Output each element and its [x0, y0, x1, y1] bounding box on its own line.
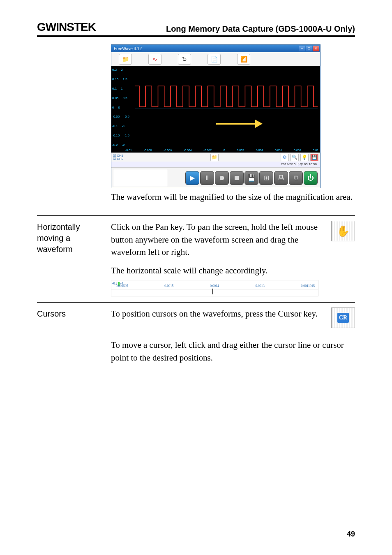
save-button[interactable]: 💾 [244, 171, 258, 185]
timestamp: 2012/2/15 下午 03:10:50 [111, 162, 320, 167]
screenshot-caption: The waveform will be magnified to the si… [111, 191, 355, 203]
print-button[interactable]: 🖶 [274, 171, 288, 185]
window-titlebar: FreeWave 3.12 – □ × [111, 45, 320, 52]
bulb-icon[interactable]: 💡 [300, 154, 309, 161]
window-title: FreeWave 3.12 [114, 46, 142, 51]
mid-toolbar: ☑ CH1 ☑ CH2 📁 ⚙ 🔍 💡 💾 [111, 153, 320, 162]
cursor-paragraph-2: To move a cursor, left click and drag ei… [111, 339, 355, 364]
minimize-button[interactable]: – [299, 46, 305, 51]
cursor-key-icon: CR [331, 308, 355, 328]
grid-button[interactable]: ⊞ [259, 171, 273, 185]
folder-small-icon[interactable]: 📁 [210, 154, 219, 161]
gear-icon[interactable]: ⚙ [281, 154, 289, 161]
y-axis-ticks: 0.22 0.151.5 0.11 0.050.5 00 -0.05-0.5 -… [112, 68, 135, 147]
x-axis-ticks: -0.01 -0.008 -0.006 -0.004 -0.002 0 0.00… [125, 149, 318, 152]
horizontal-scale-image: -0.2 -4 -0.001595 -0.0015 -0.0014 -0.001… [111, 280, 318, 296]
disk-icon[interactable]: 💾 [310, 154, 318, 161]
pan-paragraph-1: Click on the Pan key. To pan the screen,… [111, 221, 324, 258]
logo-text: GWINSTEK [37, 21, 96, 34]
power-button[interactable]: ⏻ [304, 171, 318, 185]
ch2-checkbox[interactable]: ☑ CH2 [113, 157, 123, 161]
play-button[interactable]: ▶ [185, 171, 199, 185]
document-icon[interactable]: 📄 [208, 54, 221, 65]
pan-key-icon: ✋ [331, 221, 355, 241]
top-toolbar: 📁 ∿ ↻ 📄 📶 [111, 52, 320, 66]
preview-thumbnail [114, 170, 167, 186]
pause-button[interactable]: ⏸ [200, 171, 214, 185]
reload-icon[interactable]: ↻ [178, 54, 191, 65]
waveform-icon[interactable]: ∿ [148, 54, 161, 65]
app-screenshot: FreeWave 3.12 – □ × 📁 ∿ ↻ 📄 📶 0.22 0.151… [111, 44, 355, 203]
stop-button[interactable]: ⏹ [230, 171, 244, 185]
record-button[interactable]: ⏺ [215, 171, 229, 185]
maximize-button[interactable]: □ [306, 46, 312, 51]
waveform-svg [135, 69, 318, 147]
svg-marker-2 [255, 120, 263, 128]
close-button[interactable]: × [313, 46, 319, 51]
page-number: 49 [347, 530, 355, 539]
pan-paragraph-2: The horizontal scale will change accordi… [111, 264, 355, 277]
zoom-icon[interactable]: 🔍 [291, 154, 299, 161]
section-label-cursors: Cursors [37, 308, 103, 364]
pan-arrow-icon [214, 116, 263, 132]
cursor-paragraph-1: To position cursors on the waveforms, pr… [111, 308, 324, 320]
page-header: GWINSTEK Long Memory Data Capture (GDS-1… [37, 21, 355, 37]
page-title: Long Memory Data Capture (GDS-1000A-U On… [166, 24, 355, 34]
section-label-pan: Horizontally moving a waveform [37, 221, 103, 296]
brand-logo: GWINSTEK [37, 21, 96, 34]
bottom-toolbar: ▶ ⏸ ⏺ ⏹ 💾 ⊞ 🖶 ⧉ ⏻ [111, 167, 320, 188]
open-folder-icon[interactable]: 📁 [119, 54, 132, 65]
signal-icon[interactable]: 📶 [237, 54, 250, 65]
waveform-plot: 0.22 0.151.5 0.11 0.050.5 00 -0.05-0.5 -… [111, 66, 320, 153]
crop-button[interactable]: ⧉ [289, 171, 303, 185]
